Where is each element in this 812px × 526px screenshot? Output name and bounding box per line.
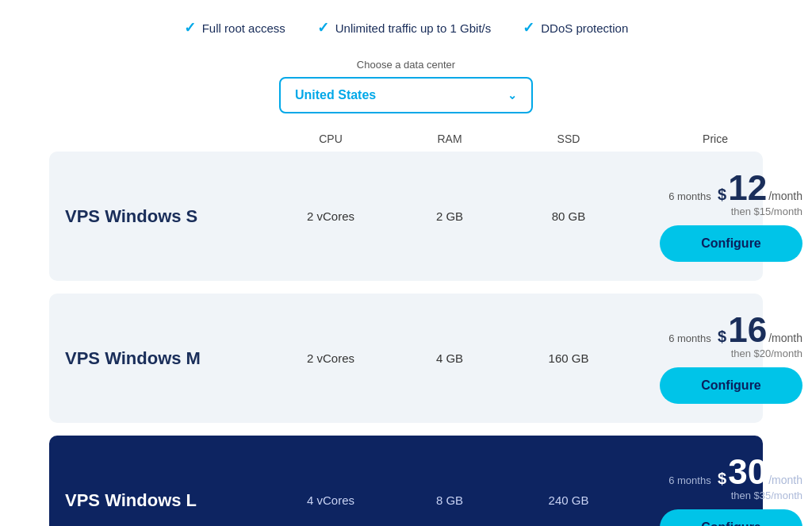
datacenter-selected-value: United States bbox=[295, 88, 376, 102]
plan-m-period: 6 months bbox=[668, 332, 710, 344]
plan-m-per-month: /month bbox=[768, 332, 802, 344]
feature-traffic: ✓ Unlimited traffic up to 1 Gbit/s bbox=[317, 19, 491, 36]
plan-m-name: VPS Windows M bbox=[65, 348, 271, 369]
header-ram: RAM bbox=[390, 132, 509, 145]
check-icon-2: ✓ bbox=[317, 19, 329, 36]
plan-l-configure-button[interactable]: Configure bbox=[660, 509, 802, 526]
plans-container: VPS Windows S 2 vCores 2 GB 80 GB 6 mont… bbox=[49, 152, 763, 526]
check-icon-3: ✓ bbox=[523, 19, 534, 36]
plan-l-ssd: 240 GB bbox=[509, 493, 628, 507]
plan-s-per-month: /month bbox=[768, 190, 802, 202]
feature-root-access-label: Full root access bbox=[202, 21, 285, 35]
plan-vps-m: VPS Windows M 2 vCores 4 GB 160 GB 6 mon… bbox=[49, 294, 763, 423]
plan-l-per-month: /month bbox=[768, 474, 802, 486]
plan-m-dollar: $ bbox=[718, 328, 726, 346]
header-cpu: CPU bbox=[271, 132, 390, 145]
plan-m-ssd: 160 GB bbox=[509, 351, 628, 365]
plan-m-ram: 4 GB bbox=[390, 351, 509, 365]
feature-ddos-label: DDoS protection bbox=[541, 21, 628, 35]
plan-s-pricing: 6 months $ 12 /month then $15/month Conf… bbox=[628, 171, 802, 262]
datacenter-dropdown[interactable]: United States ⌄ bbox=[279, 77, 533, 113]
plan-l-dollar: $ bbox=[718, 470, 726, 488]
plan-s-amount: 12 bbox=[728, 171, 767, 205]
plan-s-period: 6 months bbox=[668, 190, 710, 202]
header-name bbox=[65, 132, 271, 145]
plan-l-period: 6 months bbox=[668, 474, 710, 486]
feature-traffic-label: Unlimited traffic up to 1 Gbit/s bbox=[335, 21, 491, 35]
table-header: CPU RAM SSD Price bbox=[49, 132, 763, 145]
plan-s-dollar: $ bbox=[718, 186, 726, 204]
chevron-down-icon: ⌄ bbox=[508, 89, 517, 102]
feature-ddos: ✓ DDoS protection bbox=[523, 19, 628, 36]
plan-s-then: then $15/month bbox=[731, 205, 802, 217]
plan-s-configure-button[interactable]: Configure bbox=[660, 225, 802, 262]
feature-root-access: ✓ Full root access bbox=[184, 19, 285, 36]
plan-m-then: then $20/month bbox=[731, 347, 802, 359]
plan-l-then: then $35/month bbox=[731, 490, 802, 501]
plan-l-cpu: 4 vCores bbox=[271, 493, 390, 507]
check-icon: ✓ bbox=[184, 19, 196, 36]
features-bar: ✓ Full root access ✓ Unlimited traffic u… bbox=[184, 19, 629, 36]
header-price: Price bbox=[628, 132, 802, 145]
plan-l-amount: 30 bbox=[728, 455, 767, 490]
plan-s-ssd: 80 GB bbox=[509, 209, 628, 223]
plan-vps-l: VPS Windows L 4 vCores 8 GB 240 GB 6 mon… bbox=[49, 436, 763, 526]
plan-l-name: VPS Windows L bbox=[65, 490, 271, 511]
plan-s-name: VPS Windows S bbox=[65, 206, 271, 227]
plan-m-configure-button[interactable]: Configure bbox=[660, 367, 802, 404]
header-ssd: SSD bbox=[509, 132, 628, 145]
plan-m-amount: 16 bbox=[728, 313, 767, 347]
datacenter-section: Choose a data center United States ⌄ bbox=[279, 59, 533, 113]
plan-m-pricing: 6 months $ 16 /month then $20/month Conf… bbox=[628, 313, 802, 404]
plan-s-ram: 2 GB bbox=[390, 209, 509, 223]
datacenter-label: Choose a data center bbox=[357, 59, 455, 71]
plan-m-cpu: 2 vCores bbox=[271, 351, 390, 365]
plan-l-pricing: 6 months $ 30 /month then $35/month Conf… bbox=[628, 455, 802, 526]
plan-s-cpu: 2 vCores bbox=[271, 209, 390, 223]
plan-l-ram: 8 GB bbox=[390, 493, 509, 507]
plan-vps-s: VPS Windows S 2 vCores 2 GB 80 GB 6 mont… bbox=[49, 152, 763, 281]
